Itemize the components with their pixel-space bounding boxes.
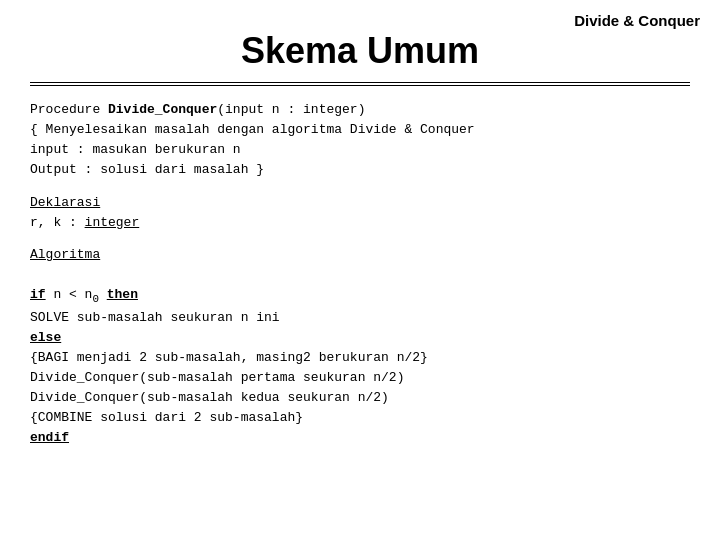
procedure-line4: Output : solusi dari masalah } (30, 160, 690, 180)
deklarasi-label: Deklarasi (30, 193, 690, 213)
dc2-line: Divide_Conquer(sub-masalah kedua seukura… (30, 388, 690, 408)
page-title: Skema Umum (30, 30, 690, 72)
bagi-line: {BAGI menjadi 2 sub-masalah, masing2 ber… (30, 348, 690, 368)
dc1-line: Divide_Conquer(sub-masalah pertama seuku… (30, 368, 690, 388)
deklarasi-block: Deklarasi r, k : integer (30, 193, 690, 233)
procedure-line3: input : masukan berukuran n (30, 140, 690, 160)
endif-line: endif (30, 428, 690, 448)
divider (30, 82, 690, 86)
else-line: else (30, 328, 690, 348)
procedure-block: Procedure Divide_Conquer(input n : integ… (30, 100, 690, 181)
deklarasi-line1: r, k : integer (30, 213, 690, 233)
if-line: if n < n0 then (30, 285, 690, 307)
algoritma-spacer (30, 265, 690, 285)
corner-label: Divide & Conquer (574, 12, 700, 29)
algoritma-block: Algoritma if n < n0 then SOLVE sub-masal… (30, 245, 690, 449)
algoritma-label: Algoritma (30, 245, 690, 265)
page: Divide & Conquer Skema Umum Procedure Di… (0, 0, 720, 540)
procedure-line2: { Menyelesaikan masalah dengan algoritma… (30, 120, 690, 140)
combine-line: {COMBINE solusi dari 2 sub-masalah} (30, 408, 690, 428)
solve-line: SOLVE sub-masalah seukuran n ini (30, 308, 690, 328)
procedure-line1: Procedure Divide_Conquer(input n : integ… (30, 100, 690, 120)
